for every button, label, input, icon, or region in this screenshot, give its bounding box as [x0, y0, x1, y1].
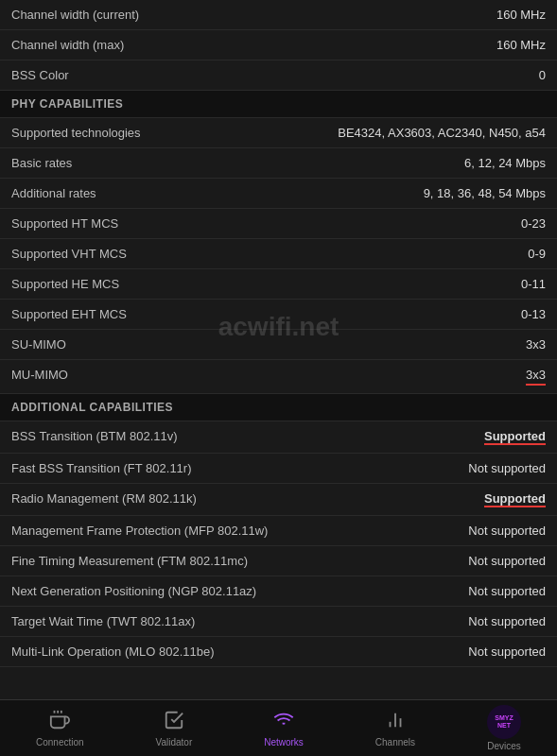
table-row: BSS Color0 — [0, 60, 557, 91]
row-value: Not supported — [468, 644, 546, 659]
row-value: Not supported — [468, 614, 546, 628]
row-value: Not supported — [468, 584, 546, 598]
nav-channels[interactable]: Channels — [368, 706, 423, 751]
row-value: Not supported — [468, 524, 546, 538]
row-label: BSS Color — [11, 68, 539, 82]
row-label: Multi-Link Operation (MLO 802.11be) — [11, 644, 468, 659]
table-row: Next Generation Positioning (NGP 802.11a… — [0, 576, 557, 607]
row-label: MU-MIMO — [11, 368, 526, 382]
row-label: Supported EHT MCS — [11, 307, 521, 321]
row-value: 0-11 — [521, 277, 546, 291]
row-label: Next Generation Positioning (NGP 802.11a… — [11, 584, 468, 598]
nav-connection-label: Connection — [36, 737, 84, 747]
section-header: PHY CAPABILITIES — [0, 91, 557, 118]
table-row: Supported technologiesBE4324, AX3603, AC… — [0, 118, 557, 148]
nav-channels-label: Channels — [375, 737, 415, 747]
bottom-nav: Connection Validator Networks — [0, 699, 557, 756]
row-label: Radio Management (RM 802.11k) — [11, 491, 484, 506]
table-row: Supported EHT MCS0-13 — [0, 300, 557, 330]
row-value: 0-23 — [521, 216, 546, 231]
row-value: 9, 18, 36, 48, 54 Mbps — [424, 186, 546, 200]
table-row: Supported HT MCS0-23 — [0, 209, 557, 239]
row-value: 0 — [539, 68, 546, 82]
row-value: Supported — [484, 429, 546, 445]
table-row: SU-MIMO3x3 — [0, 330, 557, 360]
row-value: Not supported — [468, 461, 546, 475]
row-value: 160 MHz — [496, 38, 546, 52]
table-row: Radio Management (RM 802.11k)Supported — [0, 484, 557, 516]
row-label: BSS Transition (BTM 802.11v) — [11, 429, 484, 443]
table-row: Fast BSS Transition (FT 802.11r)Not supp… — [0, 454, 557, 484]
table-row: Additional rates9, 18, 36, 48, 54 Mbps — [0, 179, 557, 209]
row-label: Additional rates — [11, 186, 424, 200]
table-row: Fine Timing Measurement (FTM 802.11mc)No… — [0, 546, 557, 576]
row-label: SU-MIMO — [11, 337, 526, 352]
row-label: Fine Timing Measurement (FTM 802.11mc) — [11, 554, 468, 568]
row-value: 3x3 — [526, 368, 546, 386]
table-row: Management Frame Protection (MFP 802.11w… — [0, 516, 557, 546]
nav-devices[interactable]: SMYZNET Devices — [479, 701, 529, 755]
row-value: Supported — [484, 491, 546, 507]
table-row: Channel width (max)160 MHz — [0, 30, 557, 60]
validator-icon — [164, 710, 184, 735]
nav-connection[interactable]: Connection — [28, 706, 92, 751]
smyz-icon: SMYZNET — [487, 705, 521, 739]
table-row: MU-MIMO3x3 — [0, 360, 557, 394]
row-label: Fast BSS Transition (FT 802.11r) — [11, 461, 468, 475]
row-label: Basic rates — [11, 156, 464, 170]
table-row: Supported VHT MCS0-9 — [0, 239, 557, 269]
row-value: BE4324, AX3603, AC2340, N450, a54 — [338, 126, 546, 140]
row-label: Channel width (current) — [11, 8, 496, 22]
row-value: Not supported — [468, 554, 546, 568]
row-value: 160 MHz — [496, 8, 546, 22]
row-label: Supported VHT MCS — [11, 247, 528, 261]
row-label: Supported HT MCS — [11, 216, 521, 231]
section-header: ADDITIONAL CAPABILITIES — [0, 394, 557, 421]
nav-networks-label: Networks — [264, 737, 304, 747]
row-value: 0-13 — [521, 307, 546, 321]
table-row: Basic rates6, 12, 24 Mbps — [0, 148, 557, 179]
nav-networks[interactable]: Networks — [256, 706, 311, 751]
table-row: Target Wait Time (TWT 802.11ax)Not suppo… — [0, 607, 557, 637]
row-value: 6, 12, 24 Mbps — [464, 156, 546, 170]
networks-icon — [273, 710, 294, 735]
row-value: 0-9 — [528, 247, 546, 261]
row-value: 3x3 — [526, 337, 546, 352]
connection-icon — [49, 710, 70, 735]
nav-devices-label: Devices — [487, 741, 521, 751]
row-label: Target Wait Time (TWT 802.11ax) — [11, 614, 468, 628]
table-row: BSS Transition (BTM 802.11v)Supported — [0, 421, 557, 454]
channels-icon — [385, 710, 406, 735]
table-row: Channel width (current)160 MHz — [0, 0, 557, 30]
row-label: Management Frame Protection (MFP 802.11w… — [11, 524, 468, 538]
nav-validator-label: Validator — [156, 737, 193, 747]
table-row: Multi-Link Operation (MLO 802.11be)Not s… — [0, 637, 557, 667]
row-label: Channel width (max) — [11, 38, 496, 52]
row-label: Supported HE MCS — [11, 277, 521, 291]
main-content: Channel width (current)160 MHzChannel wi… — [0, 0, 557, 724]
row-label: Supported technologies — [11, 126, 338, 140]
table-row: Supported HE MCS0-11 — [0, 269, 557, 300]
nav-validator[interactable]: Validator — [148, 706, 200, 751]
